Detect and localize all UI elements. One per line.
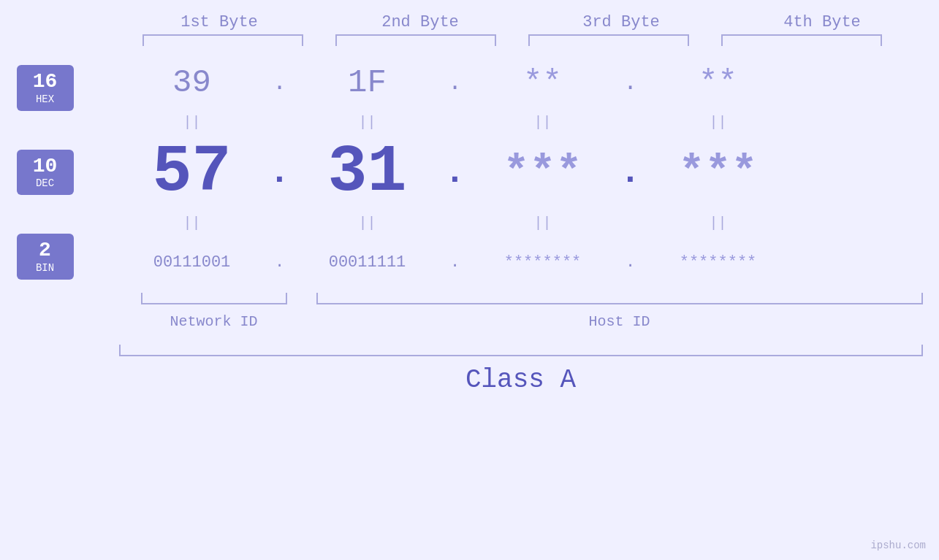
bottom-brackets — [119, 293, 923, 304]
bin-b4-cell: ******** — [645, 253, 791, 272]
dec-b2-value: 31 — [327, 135, 406, 210]
bracket-byte3 — [528, 34, 689, 46]
byte1-header: 1st Byte — [139, 13, 300, 31]
host-id-bracket — [316, 293, 923, 304]
class-section: Class A — [119, 345, 923, 395]
top-brackets — [119, 34, 923, 46]
bin-dot2: . — [441, 253, 470, 272]
main-grid: 16 HEX 10 DEC 2 BIN 39 . 1F — [9, 53, 930, 291]
bin-b1-cell: 00111001 — [119, 253, 265, 272]
hex-b2-cell: 1F — [294, 64, 441, 101]
bin-b1-value: 00111001 — [153, 253, 231, 272]
equals-row-1: || || || || — [104, 112, 930, 132]
bottom-section: Network ID Host ID — [119, 293, 923, 330]
byte4-header: 4th Byte — [742, 13, 902, 31]
byte-headers-row: 1st Byte 2nd Byte 3rd Byte 4th Byte — [119, 0, 923, 31]
hex-b2-value: 1F — [348, 64, 387, 101]
dec-b4-cell: *** — [645, 147, 791, 197]
dec-row: 57 . 31 . *** . *** — [104, 132, 930, 212]
hex-b3-value: ** — [523, 64, 562, 101]
bin-b3-cell: ******** — [470, 253, 616, 272]
hex-b4-value: ** — [699, 64, 737, 101]
net-id-bracket — [141, 293, 287, 304]
hex-badge: 16 HEX — [17, 65, 74, 111]
dec-b4-value: *** — [678, 147, 757, 197]
dec-dot1: . — [265, 153, 294, 192]
hex-b3-cell: ** — [470, 64, 616, 101]
bin-name: BIN — [36, 262, 54, 274]
hex-b1-value: 39 — [172, 64, 211, 101]
bin-b3-value: ******** — [504, 253, 582, 272]
hex-name: HEX — [36, 93, 54, 105]
hex-row: 39 . 1F . ** . ** — [104, 53, 930, 112]
network-id-label: Network ID — [141, 313, 287, 330]
dec-dot2: . — [441, 153, 470, 192]
dec-b3-cell: *** — [470, 147, 616, 197]
host-id-label: Host ID — [316, 313, 923, 330]
bracket-byte1 — [142, 34, 303, 46]
bin-dot1: . — [265, 253, 294, 272]
class-bracket — [119, 345, 923, 356]
dec-b1-cell: 57 — [119, 135, 265, 210]
hex-dot3: . — [616, 69, 645, 96]
base-labels: 16 HEX 10 DEC 2 BIN — [9, 53, 104, 291]
bin-b2-cell: 00011111 — [294, 253, 441, 272]
bin-dot3: . — [616, 253, 645, 272]
class-label: Class A — [119, 365, 923, 395]
byte3-header: 3rd Byte — [541, 13, 702, 31]
main-container: 1st Byte 2nd Byte 3rd Byte 4th Byte 16 H… — [0, 0, 939, 560]
dec-badge: 10 DEC — [17, 150, 74, 196]
dec-b2-cell: 31 — [294, 135, 441, 210]
eq2-b1: || — [119, 215, 265, 231]
hex-dot2: . — [441, 69, 470, 96]
eq2-b4: || — [645, 215, 791, 231]
bracket-byte2 — [335, 34, 496, 46]
hex-dot1: . — [265, 69, 294, 96]
eq1-b2: || — [294, 114, 441, 131]
eq2-b2: || — [294, 215, 441, 231]
hex-b1-cell: 39 — [119, 64, 265, 101]
eq1-b4: || — [645, 114, 791, 131]
eq1-b1: || — [119, 114, 265, 131]
values-area: 39 . 1F . ** . ** || || — [104, 53, 930, 291]
dec-dot3: . — [616, 153, 645, 192]
bin-b2-value: 00011111 — [329, 253, 406, 272]
eq1-b3: || — [470, 114, 616, 131]
hex-b4-cell: ** — [645, 64, 791, 101]
dec-name: DEC — [36, 177, 54, 189]
bin-badge: 2 BIN — [17, 234, 74, 280]
dec-b1-value: 57 — [152, 135, 231, 210]
bottom-labels: Network ID Host ID — [119, 309, 923, 330]
hex-number: 16 — [33, 71, 58, 93]
equals-row-2: || || || || — [104, 212, 930, 233]
dec-number: 10 — [33, 156, 58, 178]
bin-b4-value: ******** — [680, 253, 757, 272]
dec-b3-value: *** — [503, 147, 582, 197]
bracket-byte4 — [721, 34, 882, 46]
watermark: ipshu.com — [870, 540, 926, 551]
eq2-b3: || — [470, 215, 616, 231]
bin-number: 2 — [39, 239, 51, 262]
bin-row: 00111001 . 00011111 . ******** . *******… — [104, 233, 930, 291]
byte2-header: 2nd Byte — [340, 13, 501, 31]
